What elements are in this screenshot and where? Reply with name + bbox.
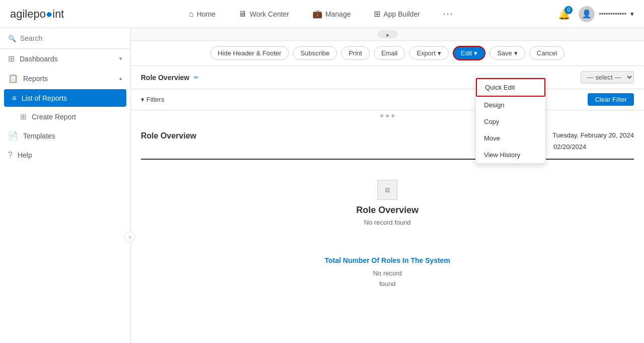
export-chevron-icon: ▾ [438, 49, 441, 57]
nav-more[interactable]: ··· [439, 7, 458, 21]
dot-3 [391, 114, 394, 117]
report-edit-icon[interactable]: ✏ [194, 74, 199, 81]
dot-1 [380, 114, 383, 117]
briefcase-icon: 💼 [312, 9, 323, 19]
dashboards-chevron-icon: ▾ [119, 55, 122, 62]
toolbar: Hide Header & Footer Subscribe Print Ema… [131, 41, 644, 66]
nav-items: ⌂ Home 🖥 Work Center 💼 Manage ⊞ App Buil… [85, 7, 558, 21]
report-meta: Role Overview Report Date: Tuesday, Febr… [141, 131, 634, 151]
report-divider [141, 159, 634, 160]
main-content: ▲ Hide Header & Footer Subscribe Print E… [131, 28, 644, 343]
home-icon: ⌂ [189, 10, 194, 19]
layout: 🔍 ⊞ Dashboards ▾ 📋 Reports ▴ ≡ List of R… [0, 28, 644, 343]
edit-chevron-icon: ▾ [474, 49, 477, 57]
export-button[interactable]: Export ▾ [409, 46, 449, 60]
dots-row [131, 110, 644, 121]
nav-right: 🔔 0 👤 •••••••••••• ▾ [558, 6, 634, 22]
dropdown-item-view-history[interactable]: View History [476, 147, 545, 163]
hide-header-footer-button[interactable]: Hide Header & Footer [210, 46, 289, 60]
edit-dropdown-menu: Quick Edit Design Copy Move View History [475, 78, 546, 164]
report-time-value: 02/20/2024 [553, 143, 586, 151]
nav-workcenter[interactable]: 🖥 Work Center [234, 8, 293, 21]
sidebar-group-dashboards[interactable]: ⊞ Dashboards ▾ [0, 49, 130, 68]
filters-toggle[interactable]: ▾ Filters [141, 96, 164, 103]
sidebar: 🔍 ⊞ Dashboards ▾ 📋 Reports ▴ ≡ List of R… [0, 28, 131, 343]
app-logo: agilepo●int [10, 8, 64, 21]
reports-label: Reports [23, 75, 114, 83]
nav-manage[interactable]: 💼 Manage [308, 7, 355, 21]
report-dropdown[interactable]: — select — [581, 71, 634, 84]
report-header-title: Role Overview [141, 74, 190, 82]
nav-home[interactable]: ⌂ Home [185, 8, 219, 21]
dot-2 [386, 114, 389, 117]
dropdown-item-move[interactable]: Move [476, 130, 545, 147]
report-center-no-record: No record found [141, 219, 634, 226]
templates-label: Templates [23, 132, 122, 140]
clear-filter-button[interactable]: Clear Filter [588, 93, 634, 106]
help-label: Help [18, 151, 122, 159]
report-date-value: Tuesday, February 20, 2024 [552, 131, 634, 139]
save-chevron-icon: ▾ [514, 49, 518, 57]
user-area[interactable]: 👤 •••••••••••• ▾ [579, 6, 634, 22]
search-icon: 🔍 [8, 35, 16, 42]
more-icon: ··· [443, 9, 454, 19]
filters-bar: ▾ Filters Apply Filter Clear Filter [131, 89, 644, 110]
email-button[interactable]: Email [374, 46, 406, 60]
dashboard-icon: ⊞ [8, 54, 15, 63]
avatar: 👤 [579, 6, 595, 22]
search-input[interactable] [20, 34, 122, 42]
dropdown-item-design[interactable]: Design [476, 97, 545, 113]
sidebar-group-templates[interactable]: 📄 Templates [0, 126, 130, 146]
sidebar-group-reports[interactable]: 📋 Reports ▴ [0, 68, 130, 88]
notification-badge: 0 [565, 6, 573, 14]
nav-appbuilder[interactable]: ⊞ App Builder [370, 7, 424, 21]
user-name: •••••••••••• [599, 10, 626, 18]
print-button[interactable]: Print [341, 46, 370, 60]
top-collapse-button[interactable]: ▲ [377, 30, 397, 38]
sidebar-group-help[interactable]: ? Help [0, 146, 130, 165]
notification-button[interactable]: 🔔 0 [558, 8, 571, 20]
report-center-title: Role Overview [141, 205, 634, 216]
list-icon: ≡ [12, 94, 17, 102]
templates-icon: 📄 [8, 131, 18, 141]
report-body: Role Overview Report Date: Tuesday, Febr… [131, 121, 644, 300]
report-title: Role Overview [141, 131, 196, 141]
section-no-record: No record found [141, 268, 634, 290]
section-title: Total Number Of Roles In The System [141, 256, 634, 264]
reports-chevron-icon: ▴ [119, 75, 122, 82]
subscribe-button[interactable]: Subscribe [293, 46, 337, 60]
cancel-button[interactable]: Cancel [529, 46, 565, 60]
dropdown-item-copy[interactable]: Copy [476, 113, 545, 130]
broken-image: 🖼 [377, 180, 397, 200]
search-box: 🔍 [0, 28, 130, 49]
report-header: Role Overview ✏ — select — [131, 66, 644, 89]
sidebar-item-create-report[interactable]: ⊞ Create Report [0, 108, 130, 126]
reports-icon: 📋 [8, 74, 18, 83]
report-center: 🖼 Role Overview No record found [141, 170, 634, 246]
help-icon: ? [8, 151, 13, 160]
top-collapse-bar: ▲ [131, 28, 644, 41]
monitor-icon: 🖥 [238, 10, 247, 19]
grid-icon: ⊞ [374, 9, 380, 19]
sidebar-collapse-button[interactable]: ‹ [124, 231, 135, 242]
dropdown-item-quick-edit[interactable]: Quick Edit [476, 78, 545, 97]
list-of-reports-label: List of Reports [22, 94, 67, 102]
sidebar-nav: ⊞ Dashboards ▾ 📋 Reports ▴ ≡ List of Rep… [0, 49, 130, 343]
sidebar-item-list-of-reports[interactable]: ≡ List of Reports [4, 89, 126, 107]
filter-chevron-icon: ▾ [141, 96, 144, 103]
edit-button[interactable]: Edit ▾ [453, 46, 486, 60]
save-button[interactable]: Save ▾ [490, 46, 525, 60]
user-chevron-icon: ▾ [630, 10, 634, 18]
create-report-icon: ⊞ [20, 112, 27, 121]
create-report-label: Create Report [32, 113, 76, 121]
dashboards-label: Dashboards [20, 55, 114, 63]
top-nav: agilepo●int ⌂ Home 🖥 Work Center 💼 Manag… [0, 0, 644, 28]
